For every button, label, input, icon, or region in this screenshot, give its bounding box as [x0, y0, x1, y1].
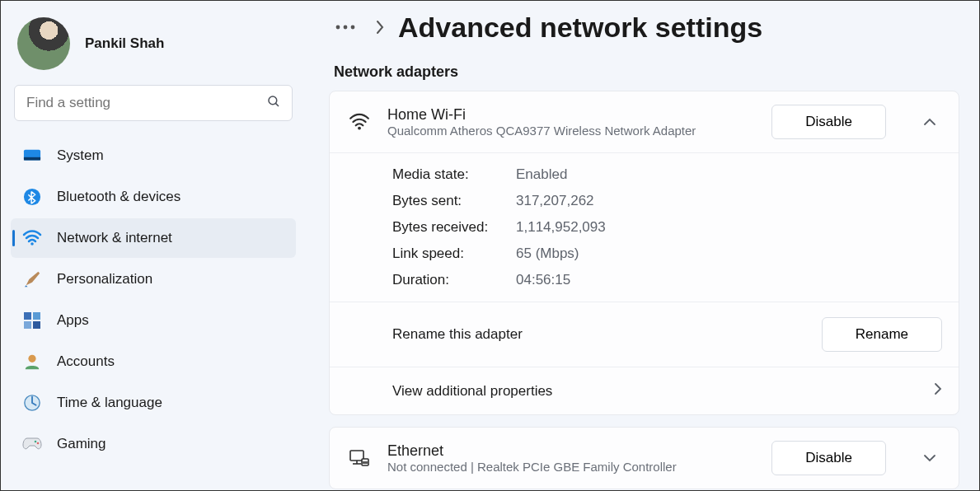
rename-label: Rename this adapter: [392, 326, 523, 343]
duration-value: 04:56:15: [516, 272, 942, 288]
adapter-details: Media state: Enabled Bytes sent: 317,207…: [330, 153, 959, 302]
profile-block[interactable]: Pankil Shah: [11, 12, 296, 85]
svg-rect-8: [24, 321, 31, 329]
disable-button[interactable]: Disable: [771, 105, 886, 139]
adapter-subtitle: Not connected | Realtek PCIe GBE Family …: [387, 460, 677, 474]
sidebar: Pankil Shah System Bluetooth & devices: [1, 1, 306, 490]
svg-rect-7: [33, 312, 40, 320]
ethernet-icon: [348, 449, 371, 467]
svg-point-12: [35, 441, 37, 443]
sidebar-item-system[interactable]: System: [11, 136, 296, 175]
adapter-title-block: Home Wi-Fi Qualcomm Atheros QCA9377 Wire…: [387, 106, 696, 138]
search-wrap: [14, 85, 293, 121]
search-input[interactable]: [14, 85, 293, 121]
chevron-right-icon: [375, 20, 385, 35]
svg-rect-6: [24, 312, 31, 320]
sidebar-item-label: Gaming: [57, 436, 106, 452]
svg-rect-9: [33, 321, 40, 329]
sidebar-item-label: Bluetooth & devices: [57, 189, 181, 205]
adapter-subtitle: Qualcomm Atheros QCA9377 Wireless Networ…: [387, 124, 696, 138]
media-state-value: Enabled: [516, 166, 942, 183]
svg-line-1: [275, 103, 279, 106]
sidebar-item-label: Time & language: [57, 395, 162, 411]
wifi-icon: [22, 228, 42, 248]
duration-label: Duration:: [392, 272, 516, 288]
bytes-received-label: Bytes received:: [392, 219, 516, 236]
sidebar-item-time-language[interactable]: Time & language: [11, 383, 296, 423]
svg-point-10: [28, 355, 35, 362]
page-title: Advanced network settings: [398, 12, 762, 44]
adapter-title: Ethernet: [387, 442, 677, 460]
system-icon: [22, 146, 42, 166]
svg-point-5: [30, 242, 34, 246]
rename-row: Rename this adapter Rename: [330, 302, 959, 367]
chevron-up-icon[interactable]: [917, 115, 942, 129]
paintbrush-icon: [22, 269, 42, 289]
adapter-header-ethernet[interactable]: Ethernet Not connected | Realtek PCIe GB…: [330, 428, 959, 489]
sidebar-item-label: Network & internet: [57, 230, 172, 246]
view-more-label: View additional properties: [392, 383, 552, 400]
svg-point-15: [344, 26, 348, 30]
sidebar-item-apps[interactable]: Apps: [11, 301, 296, 340]
chevron-right-icon: [934, 382, 942, 400]
link-speed-value: 65 (Mbps): [516, 246, 942, 262]
svg-point-17: [358, 127, 361, 130]
accounts-icon: [22, 352, 42, 372]
profile-name: Pankil Shah: [85, 35, 164, 52]
view-additional-properties[interactable]: View additional properties: [330, 367, 959, 414]
adapter-title: Home Wi-Fi: [387, 106, 696, 124]
search-icon: [266, 94, 281, 112]
rename-button[interactable]: Rename: [822, 317, 942, 352]
sidebar-item-gaming[interactable]: Gaming: [11, 424, 296, 464]
sidebar-item-label: System: [57, 147, 104, 164]
bytes-received-value: 1,114,952,093: [516, 219, 942, 236]
sidebar-item-accounts[interactable]: Accounts: [11, 342, 296, 381]
sidebar-item-network[interactable]: Network & internet: [11, 218, 296, 258]
gamepad-icon: [22, 434, 42, 454]
link-speed-label: Link speed:: [392, 246, 516, 262]
svg-point-0: [269, 96, 277, 105]
adapter-card-ethernet: Ethernet Not connected | Realtek PCIe GB…: [329, 427, 959, 489]
adapter-title-block: Ethernet Not connected | Realtek PCIe GB…: [387, 442, 677, 474]
sidebar-item-label: Apps: [57, 312, 89, 329]
sidebar-item-label: Personalization: [57, 271, 152, 288]
svg-rect-3: [24, 157, 40, 161]
header: Advanced network settings: [329, 11, 959, 44]
main-content: Advanced network settings Network adapte…: [306, 1, 979, 490]
bluetooth-icon: [22, 187, 42, 207]
svg-point-14: [336, 26, 340, 30]
avatar: [17, 17, 70, 70]
clock-globe-icon: [22, 393, 42, 413]
sidebar-item-bluetooth[interactable]: Bluetooth & devices: [11, 177, 296, 217]
chevron-down-icon[interactable]: [917, 451, 942, 465]
media-state-label: Media state:: [392, 166, 516, 183]
section-heading: Network adapters: [334, 63, 959, 81]
disable-button[interactable]: Disable: [771, 441, 886, 475]
svg-point-16: [351, 26, 355, 30]
adapter-card-wifi: Home Wi-Fi Qualcomm Atheros QCA9377 Wire…: [329, 91, 959, 415]
bytes-sent-value: 317,207,262: [516, 193, 942, 209]
nav: System Bluetooth & devices Network & int…: [11, 136, 296, 464]
bytes-sent-label: Bytes sent:: [392, 193, 516, 209]
adapter-header-wifi[interactable]: Home Wi-Fi Qualcomm Atheros QCA9377 Wire…: [330, 91, 959, 152]
svg-point-13: [37, 442, 40, 445]
sidebar-item-personalization[interactable]: Personalization: [11, 260, 296, 299]
sidebar-item-label: Accounts: [57, 353, 115, 370]
more-icon[interactable]: [329, 11, 362, 44]
apps-icon: [22, 311, 42, 330]
wifi-icon: [348, 113, 371, 131]
